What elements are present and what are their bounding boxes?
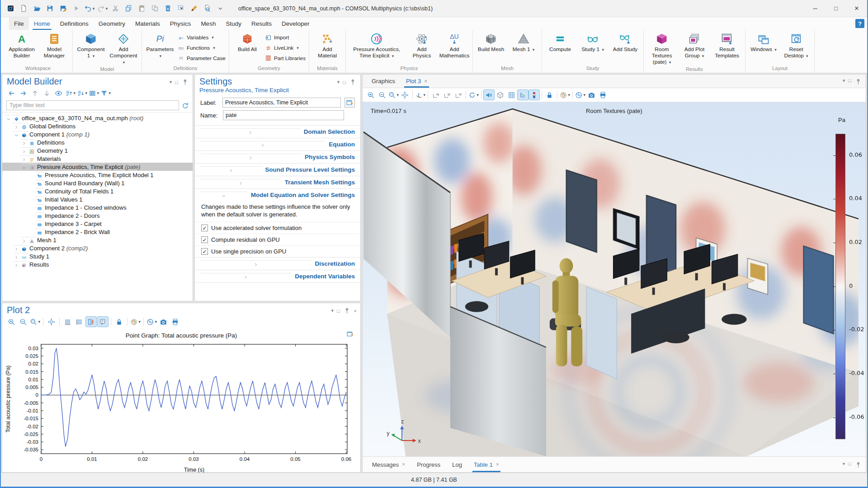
close-tab-icon[interactable]: × bbox=[496, 461, 499, 468]
lock-button[interactable] bbox=[544, 89, 555, 100]
ribbon-component-1[interactable]: Component 1 ▾ bbox=[75, 31, 107, 66]
chev-more-button[interactable] bbox=[214, 3, 226, 14]
scene-3d-button[interactable] bbox=[495, 89, 506, 100]
checkbox-use-single-precision-on-gpu[interactable]: ✓Use single precision on GPU bbox=[195, 245, 360, 257]
lock-button[interactable] bbox=[113, 316, 125, 327]
camera-button[interactable] bbox=[586, 89, 597, 100]
graphics-tab-plot-3[interactable]: Plot 3× bbox=[401, 75, 433, 88]
eye-button[interactable] bbox=[53, 88, 64, 99]
panel-menu-icon[interactable]: ▾ bbox=[331, 308, 334, 314]
menu-geometry[interactable]: Geometry bbox=[94, 17, 130, 30]
ribbon-part-libraries[interactable]: Part Libraries bbox=[265, 54, 306, 62]
zoom-box-button[interactable]: ▾ bbox=[29, 316, 41, 327]
pin-icon[interactable] bbox=[349, 78, 357, 86]
tree-item-mesh-1[interactable]: Mesh 1 bbox=[2, 236, 193, 244]
name-input[interactable] bbox=[223, 110, 344, 120]
bottom-tab-table-1[interactable]: Table 1× bbox=[468, 457, 505, 472]
tree-item-office-space-63-30t0-n4-ma-out-mph[interactable]: office_space_63_30T0_N4_ma_out.mph (root… bbox=[2, 114, 193, 122]
bottom-tab-log[interactable]: Log bbox=[446, 457, 468, 472]
ribbon-add-study[interactable]: Add Study bbox=[609, 31, 641, 65]
tree-item-component-1[interactable]: Component 1 (comp 1) bbox=[2, 130, 193, 138]
refresh-icon[interactable] bbox=[181, 101, 189, 109]
delete-button[interactable] bbox=[162, 3, 174, 14]
ribbon-build-all[interactable]: Build All bbox=[231, 31, 263, 65]
checkbox-use-accelerated-solver-formulation[interactable]: ✓Use accelerated solver formulation bbox=[195, 222, 360, 234]
ribbon-parameter-case[interactable]: PiParameter Case bbox=[178, 54, 226, 62]
ribbon-import[interactable]: Import bbox=[265, 33, 306, 42]
undo-button[interactable]: ▾ bbox=[83, 3, 95, 14]
zoom-in-button[interactable] bbox=[6, 316, 17, 327]
rename-button[interactable] bbox=[344, 98, 355, 108]
minimize-button[interactable]: ─ bbox=[805, 0, 826, 17]
palette-button[interactable]: ▾ bbox=[130, 316, 141, 327]
menu-file[interactable]: File bbox=[9, 17, 29, 30]
close-button[interactable]: ✕ bbox=[846, 0, 867, 17]
ribbon-variables[interactable]: a=Variables ▾ bbox=[178, 33, 226, 42]
nav-right-button[interactable] bbox=[18, 88, 29, 99]
colorbar-toggle-button[interactable] bbox=[528, 89, 540, 100]
ribbon-add-component[interactable]: Add Component ▾ bbox=[108, 31, 139, 66]
redo-button[interactable]: ▾ bbox=[96, 3, 108, 14]
print-button[interactable] bbox=[170, 316, 181, 327]
tree-item-impedance-2-brick-wall[interactable]: Impedance 2 - Brick Wall bbox=[2, 228, 193, 236]
nav-up-button[interactable] bbox=[29, 88, 41, 99]
tree-item-study-1[interactable]: Study 1 bbox=[2, 252, 193, 260]
bottom-tab-messages[interactable]: Messages× bbox=[366, 457, 411, 472]
float-icon[interactable]: □ bbox=[175, 80, 178, 85]
open-button[interactable] bbox=[31, 3, 43, 14]
update-button[interactable]: ▾ bbox=[146, 316, 157, 327]
ribbon-add-plot-group[interactable]: Add Plot Group ▾ bbox=[679, 31, 710, 66]
ribbon-application-builder[interactable]: AApplication Builder bbox=[6, 31, 38, 65]
palette-button[interactable]: ▾ bbox=[559, 89, 571, 100]
move-down-button[interactable]: ▾ bbox=[76, 88, 88, 99]
save-as-button[interactable] bbox=[57, 3, 69, 14]
ribbon-room-textures-pate[interactable]: Room Textures (pate) ▾ bbox=[646, 31, 678, 66]
tree-item-impedance-2-doors[interactable]: Impedance 2 - Doors bbox=[2, 211, 193, 220]
settings-section-equation[interactable]: Equation bbox=[195, 138, 360, 150]
graphics-tab-graphics[interactable]: Graphics bbox=[366, 75, 401, 88]
preview-button[interactable] bbox=[201, 3, 213, 14]
close-panel-icon[interactable]: × bbox=[354, 308, 357, 314]
tree-item-initial-values-1[interactable]: DInitial Values 1 bbox=[2, 195, 193, 203]
float-icon[interactable]: □ bbox=[848, 461, 851, 469]
ribbon-windows[interactable]: Windows ▾ bbox=[748, 31, 779, 65]
menu-home[interactable]: Home bbox=[29, 17, 55, 30]
label-input[interactable] bbox=[222, 98, 341, 108]
update-button[interactable]: ▾ bbox=[575, 89, 586, 100]
copy-button[interactable] bbox=[123, 3, 135, 14]
rotate-button[interactable]: ▾ bbox=[468, 89, 479, 100]
zoom-extents-button[interactable] bbox=[399, 89, 410, 100]
ribbon-build-mesh[interactable]: Build Mesh bbox=[475, 31, 507, 65]
settings-section-model-equation-and-solver-settings[interactable]: Model Equation and Solver Settings bbox=[195, 188, 360, 201]
panel-menu-icon[interactable]: ▾ bbox=[170, 79, 172, 85]
zoom-out-button[interactable] bbox=[377, 89, 388, 100]
menu-definitions[interactable]: Definitions bbox=[55, 17, 94, 30]
ribbon-model-manager[interactable]: Model Manager bbox=[38, 31, 70, 65]
axis-limits-button[interactable] bbox=[85, 316, 97, 327]
ribbon-result-templates[interactable]: Result Templates bbox=[711, 31, 743, 66]
graphics-canvas[interactable]: z x y Time=0.017 s Room Textures (pate) … bbox=[363, 102, 866, 456]
menu-mesh[interactable]: Mesh bbox=[196, 17, 221, 30]
new-file-button[interactable] bbox=[18, 3, 30, 14]
plot2-chart[interactable]: 0.030.0250.020.0150.010.0050-0.005-0.01-… bbox=[2, 340, 360, 485]
ribbon-compute[interactable]: Compute bbox=[544, 31, 576, 65]
close-tab-icon[interactable]: × bbox=[424, 78, 427, 84]
panel-menu-icon[interactable]: ▾ bbox=[843, 461, 845, 469]
float-icon[interactable]: □ bbox=[343, 80, 346, 85]
settings-section-physics-symbols[interactable]: Physics Symbols bbox=[195, 150, 360, 163]
close-tab-icon[interactable]: × bbox=[402, 461, 405, 468]
settings-section-sound-pressure-level-settings[interactable]: Sound Pressure Level Settings bbox=[195, 163, 360, 176]
panel-menu-icon[interactable]: ▾ bbox=[337, 79, 340, 85]
nav-down-button[interactable] bbox=[41, 88, 52, 99]
detach-plot-icon[interactable] bbox=[346, 330, 354, 338]
print-button[interactable] bbox=[597, 89, 609, 100]
zoom-out-button[interactable] bbox=[18, 316, 29, 327]
play-button[interactable] bbox=[70, 3, 82, 14]
menu-physics[interactable]: Physics bbox=[165, 17, 196, 30]
view-yz-button[interactable]: yz bbox=[441, 89, 453, 100]
settings-section-dependent-variables[interactable]: Dependent Variables bbox=[195, 270, 360, 282]
ribbon-study-1[interactable]: Study 1 ▾ bbox=[577, 31, 609, 65]
tree-item-component-2[interactable]: Component 2 (comp2) bbox=[2, 244, 193, 252]
camera-button[interactable] bbox=[158, 316, 169, 327]
ribbon-livelink[interactable]: LiveLink ▾ bbox=[265, 44, 306, 52]
